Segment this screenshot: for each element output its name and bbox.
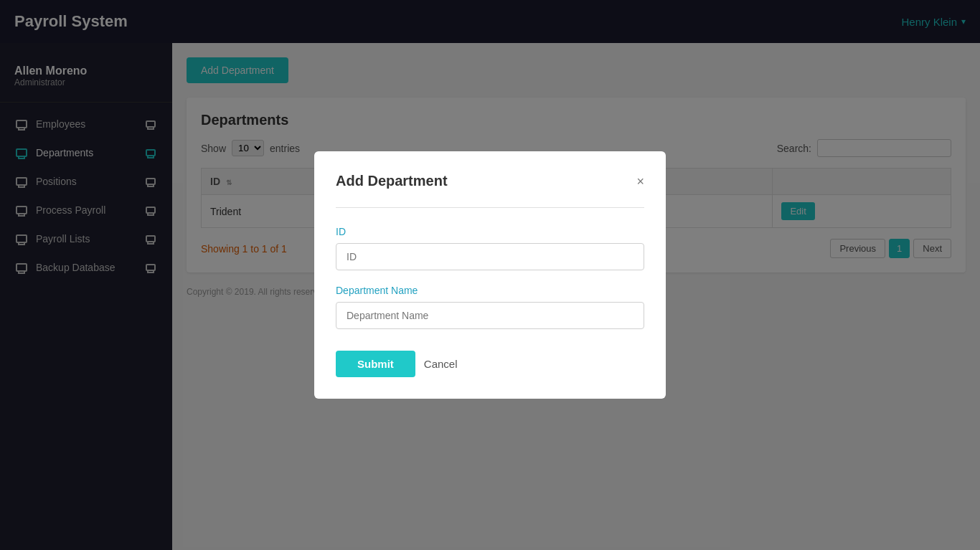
modal-overlay[interactable]: Add Department × ID Department Name Subm… bbox=[0, 0, 980, 550]
modal-close-button[interactable]: × bbox=[636, 175, 644, 188]
id-label: ID bbox=[336, 226, 644, 237]
id-field-group: ID bbox=[336, 226, 644, 270]
modal-divider bbox=[336, 207, 644, 208]
submit-button[interactable]: Submit bbox=[336, 351, 415, 377]
dept-name-input[interactable] bbox=[336, 302, 644, 329]
cancel-button[interactable]: Cancel bbox=[424, 358, 458, 370]
modal-footer: Submit Cancel bbox=[336, 351, 644, 377]
id-input[interactable] bbox=[336, 243, 644, 270]
add-department-modal: Add Department × ID Department Name Subm… bbox=[314, 151, 666, 399]
dept-name-field-group: Department Name bbox=[336, 285, 644, 329]
dept-name-label: Department Name bbox=[336, 285, 644, 296]
modal-title: Add Department bbox=[336, 173, 448, 189]
modal-header: Add Department × bbox=[336, 173, 644, 189]
